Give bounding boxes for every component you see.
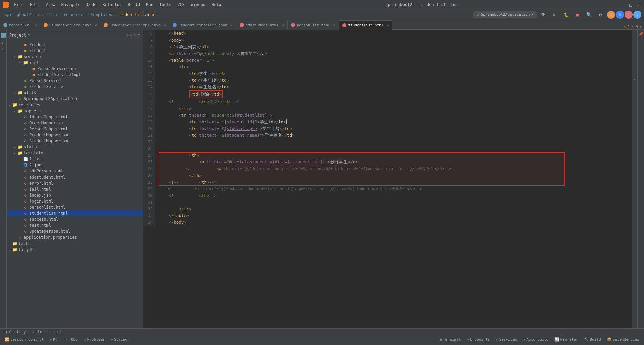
problems-icon[interactable]: ! <box>640 37 642 42</box>
close-tab-mapperxml[interactable]: ✕ <box>34 23 37 27</box>
settings-button[interactable]: ⚙ <box>596 10 605 19</box>
tree-item-resources[interactable]: ▾ 📁 resources <box>7 102 143 108</box>
problems-button[interactable]: ⚠ Problems <box>81 337 108 342</box>
tree-item-static[interactable]: ▸ 📁 static <box>7 144 143 150</box>
tab-studentlist[interactable]: studentlist.html ✕ <box>339 20 393 30</box>
refresh-button[interactable]: ⟳ <box>539 10 548 19</box>
build-button[interactable]: 🔨 Build <box>581 337 603 342</box>
spring-button[interactable]: ☘ Spring <box>108 337 130 342</box>
search-everywhere-button[interactable]: 🔍 <box>584 10 594 19</box>
close-tab-addstudent[interactable]: ✕ <box>282 23 284 27</box>
tree-item-target[interactable]: ▸ 📁 target <box>7 247 143 253</box>
tree-item-impl[interactable]: ▾ 📁 impl <box>7 60 143 66</box>
close-tab-studentlist[interactable]: ✕ <box>387 23 389 27</box>
tree-item-product[interactable]: ● Product <box>7 42 143 48</box>
breadcrumb-main[interactable]: main <box>49 12 59 17</box>
tab-studentcontroller[interactable]: StudentController.java ✕ <box>169 20 236 30</box>
close-button[interactable]: ✕ <box>636 2 641 7</box>
tab-more-button[interactable]: ▾ <box>639 24 642 29</box>
tree-item-personserviceimpl[interactable]: ● PersonServiceImpl <box>7 66 143 72</box>
close-tab-studentservice[interactable]: ✕ <box>95 23 97 27</box>
project-icon[interactable] <box>1 33 6 38</box>
breadcrumb-file[interactable]: studentlist.html <box>117 12 156 17</box>
minimize-button[interactable]: — <box>620 2 625 7</box>
browser-firefox[interactable]: F <box>625 11 633 19</box>
tree-item-indexjsp[interactable]: ◇ index.jsp <box>7 192 143 198</box>
menu-tools[interactable]: Tools <box>157 2 174 8</box>
stop-button[interactable]: ■ <box>573 10 582 19</box>
tree-item-fail[interactable]: ◇ fail.html <box>7 186 143 192</box>
browser-edge[interactable]: E <box>633 11 641 19</box>
tree-item-addstudent[interactable]: ◇ addstudent.html <box>7 174 143 180</box>
menu-window[interactable]: Window <box>188 2 208 8</box>
close-tab-studentserviceimpl[interactable]: ✕ <box>164 23 166 27</box>
bookmarks-icon[interactable]: ≡ <box>1 42 5 45</box>
tree-item-personlist[interactable]: ◇ personlist.html <box>7 204 143 210</box>
close-tab-personlist[interactable]: ✕ <box>333 23 335 27</box>
tree-item-student[interactable]: ● Student <box>7 48 143 54</box>
menu-edit[interactable]: Edit <box>27 2 42 8</box>
tree-item-success[interactable]: ◇ success.html <box>7 216 143 222</box>
autobuild-button[interactable]: ⚡ Auto-build <box>521 337 551 342</box>
breadcrumb-src[interactable]: src <box>37 12 44 17</box>
tree-item-test-folder[interactable]: ▸ 📁 test <box>7 240 143 247</box>
menu-navigate[interactable]: Navigate <box>59 2 84 8</box>
menu-help[interactable]: Help <box>209 2 224 8</box>
tree-item-login[interactable]: ◇ login.html <box>7 198 143 204</box>
terminal-button[interactable]: ⊞ Terminal <box>437 337 464 342</box>
tab-addstudent[interactable]: addstudent.html ✕ <box>236 20 288 30</box>
sidebar-close-button[interactable]: ✕ <box>138 32 140 38</box>
tree-item-updateperson[interactable]: ◇ updateperson.html <box>7 228 143 234</box>
vcs-button[interactable]: 🔀 Version Control <box>2 337 46 342</box>
breadcrumb-templates[interactable]: templates <box>91 12 112 17</box>
tree-item-studentlist[interactable]: ◇ studentlist.html <box>7 210 143 216</box>
menu-vcs[interactable]: VCS <box>175 2 187 8</box>
tree-item-test[interactable]: ◇ test.html <box>7 222 143 228</box>
menu-view[interactable]: View <box>43 2 58 8</box>
sidebar-collapse-button[interactable]: ⊟ <box>130 32 132 38</box>
tree-item-idcardmapper[interactable]: ⚙ IdcardMapper.xml <box>7 114 143 120</box>
breadcrumb-project[interactable]: springboot2 <box>5 12 31 17</box>
tab-mapperxml[interactable]: mapper.xml ✕ <box>0 20 40 30</box>
code-editor[interactable]: 6 </head> 7 <body> 8 <h1>学生列表</h1> 9 <box>143 30 632 328</box>
tab-studentservice[interactable]: StudentService.java ✕ <box>40 20 100 30</box>
browser-chrome[interactable]: C <box>607 11 615 19</box>
close-tab-studentcontroller[interactable]: ✕ <box>230 23 233 27</box>
tab-studentserviceimpl[interactable]: StudentServiceImpl.java ✕ <box>100 20 169 30</box>
sidebar-locate-button[interactable]: ⊕ <box>126 32 128 38</box>
tab-personlist[interactable]: personlist.html ✕ <box>288 20 339 30</box>
debug-button[interactable]: 🐛 <box>561 10 571 19</box>
menu-file[interactable]: File <box>11 2 26 8</box>
tree-item-service[interactable]: ▾ 📁 service <box>7 54 143 60</box>
tree-item-personmapper[interactable]: ⚙ PersonMapper.xml <box>7 126 143 132</box>
tree-item-mappers[interactable]: ▾ 📁 mappers <box>7 108 143 114</box>
tree-item-2jpg[interactable]: 🖼 2.jpg <box>7 162 143 168</box>
tree-item-1txt[interactable]: 📄 1.txt <box>7 156 143 162</box>
menu-run[interactable]: Run <box>143 2 156 8</box>
breadcrumb-resources[interactable]: resources <box>64 12 86 17</box>
tree-item-productmapper[interactable]: ⚙ ProductMapper.xml <box>7 132 143 138</box>
endpoints-button[interactable]: ⇌ Endpoints <box>464 337 493 342</box>
tree-item-utils[interactable]: ▸ 📁 utils <box>7 90 143 96</box>
menu-refactor[interactable]: Refactor <box>100 2 124 8</box>
run-button[interactable]: ▶ <box>550 10 559 19</box>
browser-chrome2[interactable]: G <box>616 11 624 19</box>
sidebar-settings-button[interactable]: ⚙ <box>133 32 136 38</box>
structure-icon[interactable]: ⊞ <box>2 47 4 51</box>
menu-build[interactable]: Build <box>125 2 143 8</box>
dependencies-button[interactable]: 📦 Dependencies <box>604 337 642 342</box>
tree-item-ordermapper[interactable]: ⚙ OrderMapper.xml <box>7 120 143 126</box>
services-button[interactable]: ⚙ Services <box>493 337 520 342</box>
tree-item-studentserviceimpl[interactable]: ● StudentServiceImpl <box>7 72 143 78</box>
tree-item-templates[interactable]: ▾ 📁 templates <box>7 150 143 156</box>
tree-item-error[interactable]: ◇ error.html <box>7 180 143 186</box>
tree-item-studentservice[interactable]: ◉ StudentService <box>7 84 143 90</box>
menu-code[interactable]: Code <box>84 2 99 8</box>
notifications-icon[interactable]: 📌 <box>639 31 643 36</box>
tree-item-personservice[interactable]: ◉ PersonService <box>7 78 143 84</box>
maximize-button[interactable]: □ <box>628 2 633 7</box>
run-config-dropdown[interactable]: ☘ Springboot2Application ▾ <box>473 11 537 18</box>
tree-item-appprops[interactable]: ⚙ application.properties <box>7 234 143 240</box>
tree-item-addperson[interactable]: ◇ addPerson.html <box>7 168 143 174</box>
todo-button[interactable]: ✓ TODO <box>63 337 80 342</box>
